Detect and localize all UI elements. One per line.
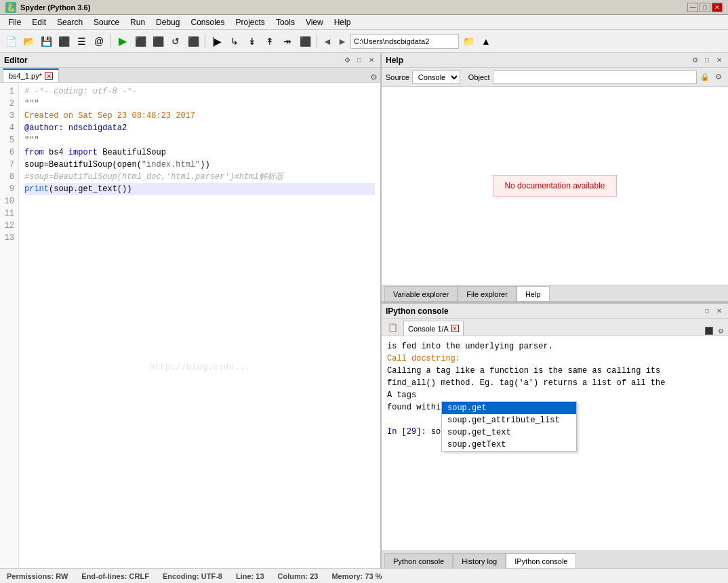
line-value: 13 [256, 572, 264, 580]
help-header: Help ⚙ □ ✕ [382, 53, 728, 68]
menu-view[interactable]: View [300, 16, 329, 28]
menu-consoles[interactable]: Consoles [185, 16, 230, 28]
save-file-button[interactable]: 💾 [38, 33, 54, 49]
profile-button[interactable]: ⬛ [185, 33, 201, 49]
help-float-button[interactable]: □ [702, 56, 712, 65]
autocomplete-item-3[interactable]: soup.get_text [442, 426, 576, 439]
menu-help[interactable]: Help [329, 16, 357, 28]
console-new-button[interactable]: 📋 [384, 319, 401, 336]
autocomplete-dropdown[interactable]: soup.get soup.get_attribute_list soup.ge… [441, 401, 577, 451]
debugger-button[interactable]: |▶ [209, 33, 225, 49]
path-input[interactable] [350, 34, 459, 49]
tab-history-log[interactable]: History log [453, 553, 506, 568]
source-dropdown[interactable]: Console Editor [412, 71, 460, 84]
help-settings-button[interactable]: ⚙ [690, 56, 700, 65]
encoding-status: Encoding: UTF-8 [163, 572, 222, 580]
no-documentation-box: No documentation available [493, 175, 616, 197]
file-tab-bs4[interactable]: bs4_1.py* ✕ [3, 68, 59, 82]
console-line-3: Calling a tag like a function is the sam… [387, 365, 723, 377]
step-out-button[interactable]: ↟ [262, 33, 278, 49]
menu-source[interactable]: Source [88, 16, 125, 28]
ipython-float-button[interactable]: □ [702, 306, 712, 316]
help-options-button[interactable]: ⚙ [713, 72, 724, 83]
menu-edit[interactable]: Edit [26, 16, 52, 28]
tab-variable-explorer[interactable]: Variable explorer [384, 286, 458, 301]
menu-file[interactable]: File [3, 16, 26, 28]
forward-button[interactable]: ► [336, 35, 349, 48]
autocomplete-item-4[interactable]: soup.getText [442, 439, 576, 451]
run-config-button[interactable]: ⬛ [132, 33, 148, 49]
editor-settings-button[interactable]: ⚙ [342, 56, 352, 65]
toolbar-sep-1 [110, 35, 111, 48]
eol-value: CRLF [129, 572, 149, 580]
app-title: Spyder (Python 3.6) [20, 3, 687, 12]
console-controls: ⚙ [705, 326, 725, 336]
memory-status: Memory: 73 % [331, 572, 382, 580]
menu-projects[interactable]: Projects [230, 16, 270, 28]
browse-folder-button[interactable]: 📁 [460, 33, 477, 49]
step-button[interactable]: ↳ [226, 33, 243, 49]
ipython-title: IPython console [386, 306, 449, 316]
ipython-close-button[interactable]: ✕ [714, 306, 724, 316]
editor-float-button[interactable]: □ [355, 56, 364, 65]
help-title: Help [386, 56, 403, 65]
maximize-button[interactable]: □ [700, 3, 710, 12]
tab-python-console[interactable]: Python console [384, 553, 453, 568]
help-panel-controls: ⚙ □ ✕ [690, 56, 724, 65]
step-into-button[interactable]: ↡ [244, 33, 260, 49]
editor-close-button[interactable]: ✕ [367, 56, 376, 65]
right-panel: Help ⚙ □ ✕ Source Console Editor Object … [382, 53, 728, 568]
code-editor[interactable]: 1 2 3 4 5 6 7 8 9 10 11 12 13 # -*- codi… [0, 83, 380, 568]
editor-panel: Editor ⚙ □ ✕ bs4_1.py* ✕ ⚙ 1 2 3 4 5 [0, 53, 382, 568]
tab-file-explorer[interactable]: File explorer [458, 286, 517, 301]
close-button[interactable]: ✕ [712, 3, 723, 12]
stop-button[interactable]: ⬛ [150, 33, 166, 49]
minimize-button[interactable]: — [687, 3, 698, 12]
restart-button[interactable]: ↺ [167, 33, 184, 49]
email-button[interactable]: @ [91, 33, 107, 49]
menu-run[interactable]: Run [125, 16, 150, 28]
col-status: Column: 23 [278, 572, 319, 580]
help-close-button[interactable]: ✕ [714, 56, 724, 65]
open-file-button[interactable]: 📂 [20, 33, 37, 49]
code-line-6: """ [24, 134, 375, 146]
tab-ipython-console[interactable]: IPython console [506, 553, 576, 568]
line-label: Line: [236, 572, 254, 580]
new-file-button[interactable]: 📄 [3, 33, 19, 49]
continue-button[interactable]: ↠ [279, 33, 296, 49]
console-tab-close-icon[interactable]: ✕ [451, 325, 459, 332]
object-input[interactable] [493, 71, 697, 84]
console-content[interactable]: is fed into the underlying parser. Call … [382, 336, 728, 550]
encoding-value: UTF-8 [201, 572, 222, 580]
console-tab-1[interactable]: Console 1/A ✕ [403, 321, 464, 336]
autocomplete-item-2[interactable]: soup.get_attribute_list [442, 414, 576, 426]
help-lock-button[interactable]: 🔒 [700, 72, 710, 83]
save-all-button[interactable]: ⬛ [56, 33, 72, 49]
eol-status: End-of-lines: CRLF [81, 572, 149, 580]
tab-label: bs4_1.py* [9, 72, 42, 80]
up-directory-button[interactable]: ▲ [478, 33, 494, 49]
stop-debug-button[interactable]: ⬛ [297, 33, 313, 49]
run-button[interactable]: ▶ [115, 33, 131, 49]
tab-close-icon[interactable]: ✕ [45, 72, 53, 80]
no-doc-text: No documentation available [504, 181, 605, 190]
console-settings-button[interactable]: ⚙ [716, 326, 725, 336]
toolbar: 📄 📂 💾 ⬛ ☰ @ ▶ ⬛ ⬛ ↺ ⬛ |▶ ↳ ↡ ↟ ↠ ⬛ ◄ ► 📁… [0, 30, 728, 53]
menu-debug[interactable]: Debug [150, 16, 185, 28]
back-button[interactable]: ◄ [321, 35, 334, 48]
autocomplete-item-1[interactable]: soup.get [442, 402, 576, 414]
mem-value: 73 % [365, 572, 382, 580]
ipython-panel: IPython console □ ✕ 📋 Console 1/A ✕ [382, 304, 728, 568]
permissions-status: Permissions: RW [7, 572, 68, 580]
menu-search[interactable]: Search [52, 16, 88, 28]
console-line-2: Call docstring: [387, 353, 723, 365]
list-button[interactable]: ☰ [73, 33, 89, 49]
menu-tools[interactable]: Tools [270, 16, 300, 28]
code-line-1: # -*- coding: utf-8 -*- [24, 85, 375, 98]
tab-help[interactable]: Help [517, 286, 550, 301]
console-line-1: is fed into the underlying parser. [387, 340, 723, 353]
console-stop-button[interactable] [705, 327, 713, 335]
tab-gear-icon[interactable]: ⚙ [370, 73, 378, 82]
code-line-9: from bs4 import BeautifulSoup [24, 146, 375, 159]
col-value: 23 [310, 572, 318, 580]
